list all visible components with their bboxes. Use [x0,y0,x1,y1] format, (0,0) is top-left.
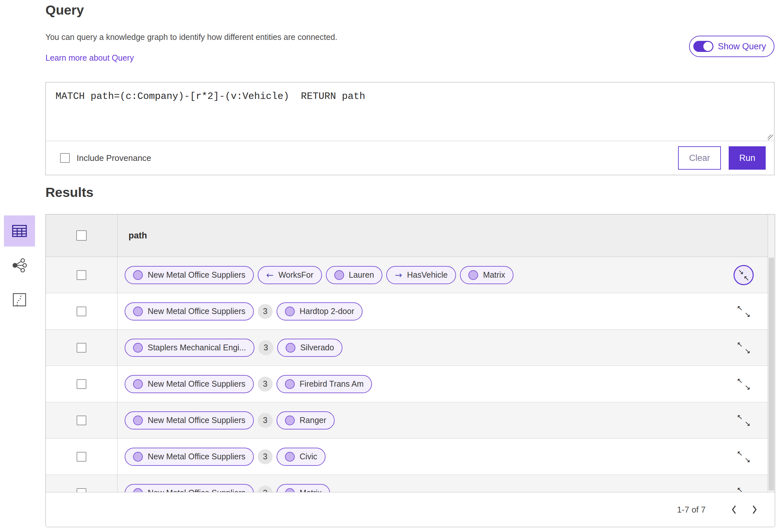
row-checkbox[interactable] [77,270,86,280]
results-table-header: path [46,214,775,257]
table-row: New Metal Office Suppliers3Hardtop 2-doo… [46,293,775,330]
expand-row-button[interactable]: ↖↘ [736,377,751,392]
entity-pill[interactable]: New Metal Office Suppliers [125,375,254,393]
entity-pill[interactable]: New Metal Office Suppliers [125,484,254,493]
page-description: You can query a knowledge graph to ident… [46,32,337,42]
relationship-pill[interactable]: →HasVehicle [386,266,456,284]
row-expand-cell: ↖↘ [719,475,768,492]
row-checkbox[interactable] [77,343,86,353]
row-checkbox[interactable] [77,415,86,425]
path-length-badge: 3 [258,449,273,464]
entity-pill[interactable]: Matrix [277,484,330,493]
scrollbar-thumb[interactable] [769,258,774,490]
link-chart-icon [12,258,27,273]
table-row: New Metal Office Suppliers3Ranger↖↘ [46,402,775,439]
expand-row-button[interactable]: ↖↘ [736,413,751,428]
resize-gripper-icon[interactable] [768,135,773,140]
row-checkbox-cell [46,475,118,492]
entity-node-icon [133,343,143,353]
select-all-checkbox[interactable] [76,230,87,241]
entity-label: Matrix [483,270,505,280]
next-page-button[interactable] [744,505,765,514]
row-checkbox-cell [46,293,118,329]
table-scrollbar[interactable] [768,214,775,492]
relationship-label: WorksFor [279,270,313,280]
entity-pill[interactable]: Staplers Mechanical Engi... [125,339,254,357]
entity-label: Hardtop 2-door [300,307,354,316]
collapse-row-button[interactable]: ↘↖ [733,265,754,285]
results-title: Results [46,185,94,200]
arrow-right-icon: → [395,270,402,280]
entity-node-icon [133,379,143,389]
run-button[interactable]: Run [729,146,766,170]
include-provenance-label: Include Provenance [77,153,151,163]
relationship-pill[interactable]: ←WorksFor [258,266,322,284]
entity-label: New Metal Office Suppliers [148,452,245,461]
chevron-right-icon [752,505,758,514]
query-input[interactable]: MATCH path=(c:Company)-[r*2]-(v:Vehicle)… [46,82,774,141]
learn-more-link[interactable]: Learn more about Query [46,53,134,63]
expand-row-button[interactable]: ↖↘ [736,486,751,493]
chevron-left-icon [731,505,737,514]
map-icon [12,292,26,307]
path-column-header: path [118,214,775,257]
row-checkbox-cell [46,257,118,293]
collapse-icon: ↘ [738,268,743,275]
clear-button[interactable]: Clear [678,146,721,170]
entity-pill[interactable]: New Metal Office Suppliers [125,266,254,284]
entity-label: New Metal Office Suppliers [148,379,245,389]
path-cell: New Metal Office Suppliers3Matrix [118,475,719,492]
entity-label: Civic [300,452,317,461]
table-row: Staplers Mechanical Engi...3Silverado↖↘ [46,330,775,366]
query-panel-footer: Include Provenance Clear Run [46,141,774,175]
entity-pill[interactable]: New Metal Office Suppliers [125,411,254,429]
entity-pill[interactable]: New Metal Office Suppliers [125,302,254,321]
row-checkbox[interactable] [77,379,86,389]
show-query-toggle[interactable]: Show Query [689,36,774,57]
entity-pill[interactable]: Ranger [277,411,335,429]
prev-page-button[interactable] [723,505,744,514]
entity-pill[interactable]: Civic [277,448,325,466]
entity-label: New Metal Office Suppliers [148,270,245,280]
entity-pill[interactable]: Silverado [277,339,343,357]
row-expand-cell: ↘↖ [719,257,768,293]
expand-row-button[interactable]: ↖↘ [736,340,751,355]
map-view-button[interactable] [4,284,35,315]
path-cell: New Metal Office Suppliers3Ranger [118,402,719,438]
row-checkbox[interactable] [77,307,86,316]
path-length-badge: 3 [258,340,273,355]
table-row: New Metal Office Suppliers3Civic↖↘ [46,439,775,475]
include-provenance-checkbox[interactable] [60,153,70,163]
link-chart-view-button[interactable] [4,250,35,281]
entity-node-icon [285,379,295,389]
entity-label: Firebird Trans Am [300,379,364,389]
include-provenance-option[interactable]: Include Provenance [60,153,151,163]
entity-pill[interactable]: Hardtop 2-door [277,302,363,321]
row-expand-cell: ↖↘ [719,439,768,475]
table-view-button[interactable] [4,215,35,247]
entity-node-icon [285,452,295,462]
expand-row-button[interactable]: ↖↘ [736,304,751,319]
row-checkbox[interactable] [77,488,86,493]
entity-pill[interactable]: Lauren [326,266,383,284]
expand-row-button[interactable]: ↖↘ [736,449,751,464]
row-checkbox[interactable] [77,452,86,462]
row-expand-cell: ↖↘ [719,366,768,402]
query-editor-panel: MATCH path=(c:Company)-[r*2]-(v:Vehicle)… [46,82,774,175]
path-cell: New Metal Office Suppliers3Firebird Tran… [118,366,719,402]
path-cell: New Metal Office Suppliers3Hardtop 2-doo… [118,293,719,329]
expand-icon: ↘ [744,420,751,427]
entity-pill[interactable]: Firebird Trans Am [277,375,372,393]
entity-label: Staplers Mechanical Engi... [148,343,246,352]
expand-icon: ↘ [744,347,751,354]
toggle-switch-icon[interactable] [693,41,713,52]
path-cell: New Metal Office Suppliers←WorksForLaure… [118,257,719,293]
row-checkbox-cell [46,439,118,475]
row-checkbox-cell [46,366,118,402]
entity-pill[interactable]: New Metal Office Suppliers [125,448,254,466]
entity-node-icon [133,270,143,280]
expand-icon: ↖ [737,414,743,421]
entity-pill[interactable]: Matrix [460,266,514,284]
results-table: path New Metal Office Suppliers←WorksFor… [46,214,775,527]
entity-label: Ranger [300,415,326,425]
